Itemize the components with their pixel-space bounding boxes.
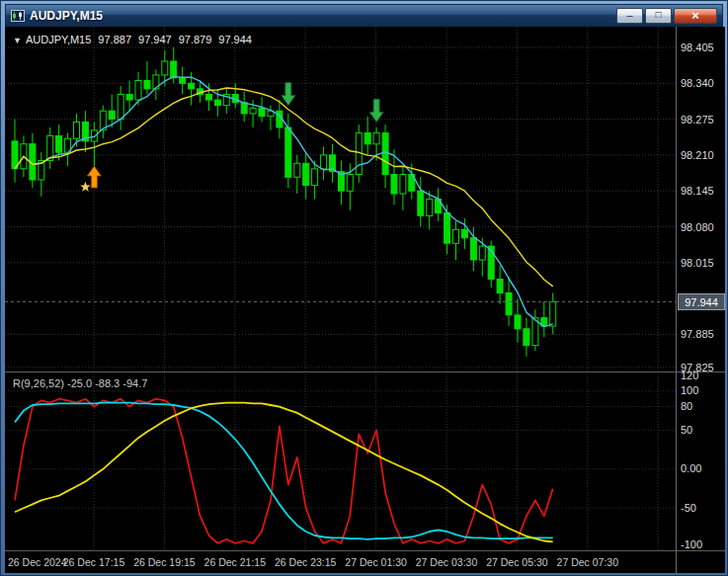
ohlc-low-value: 97.879 (179, 34, 212, 45)
chart-window-icon (11, 10, 25, 22)
window-controls: – □ × (616, 8, 717, 24)
minimize-button[interactable]: – (616, 8, 643, 24)
star-icon (80, 182, 91, 192)
window-title: AUDJPY,M15 (30, 9, 103, 23)
window-titlebar[interactable]: AUDJPY,M15 – □ × (5, 4, 723, 27)
minimize-icon: – (626, 10, 632, 21)
time-scale[interactable] (5, 551, 676, 573)
close-icon: × (691, 9, 699, 22)
indicator-label: R(9,26,52) -25.0 -88.3 -94.7 (13, 377, 147, 389)
chart-plot[interactable]: 98.40598.34098.27598.21098.14598.08098.0… (5, 27, 725, 573)
sell-arrow-icon (282, 83, 295, 106)
buy-arrow-icon (87, 166, 101, 188)
chart-ohlc-header: ▼AUDJPY,M1597.88797.94797.87997.944 (13, 34, 259, 45)
ohlc-high-value: 97.947 (138, 34, 172, 45)
chart-client-area: 98.40598.34098.27598.21098.14598.08098.0… (5, 27, 725, 573)
maximize-icon: □ (655, 10, 661, 20)
chart-symbol-label: AUDJPY,M15 (26, 34, 91, 45)
ohlc-open-value: 97.887 (98, 34, 131, 45)
price-scale[interactable] (677, 27, 725, 573)
ohlc-close-value: 97.944 (218, 34, 252, 45)
sell-arrow-icon (369, 99, 383, 122)
maximize-button[interactable]: □ (645, 8, 672, 24)
close-button[interactable]: × (674, 8, 717, 24)
symbol-dropdown-icon[interactable]: ▼ (13, 36, 22, 45)
mt4-chart-window: AUDJPY,M15 – □ × 98.40598.34098.27598.21… (0, 0, 728, 576)
